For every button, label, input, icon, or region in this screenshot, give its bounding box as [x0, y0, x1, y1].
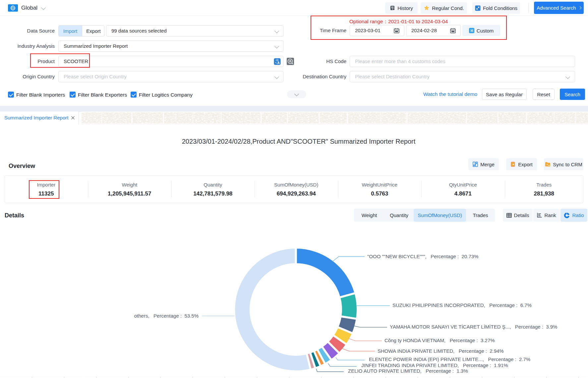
svg-text:SHOWA INDIA PRIVATE LIMITED,: SHOWA INDIA PRIVATE LIMITED, Percentage … [378, 348, 504, 354]
svg-text:Công ty HONDA VIETNAM, Perce: Công ty HONDA VIETNAM, Percentage : 3.27… [384, 338, 495, 343]
svg-text:SUZUKI PHILIPPINES INCORPORATE: SUZUKI PHILIPPINES INCORPORATED, Percent… [392, 302, 532, 308]
svg-text:YAMAHA MOTOR SANAYI VE TİCARET: YAMAHA MOTOR SANAYI VE TİCARET LİMİTED Ş… [390, 324, 557, 330]
svg-text:others, Percentage : 53.5%: others, Percentage : 53.5% [134, 313, 199, 319]
svg-text:ELENTEC POWER INDIA (EPI) PRIV: ELENTEC POWER INDIA (EPI) PRIVATE LIMITE… [369, 356, 530, 362]
svg-text:"OOO ""NEW BICYCLE""", Perce: "OOO ""NEW BICYCLE""", Percentage : 20.7… [367, 254, 478, 259]
svg-text:A: A [277, 61, 280, 65]
svg-text:ZELIO AUTO PRIVATE LIMITED,: ZELIO AUTO PRIVATE LIMITED, Percentage :… [348, 368, 468, 374]
svg-text:JINFEI TRADING INDIA PRIVATE L: JINFEI TRADING INDIA PRIVATE LIMITED, Pe… [361, 362, 508, 368]
